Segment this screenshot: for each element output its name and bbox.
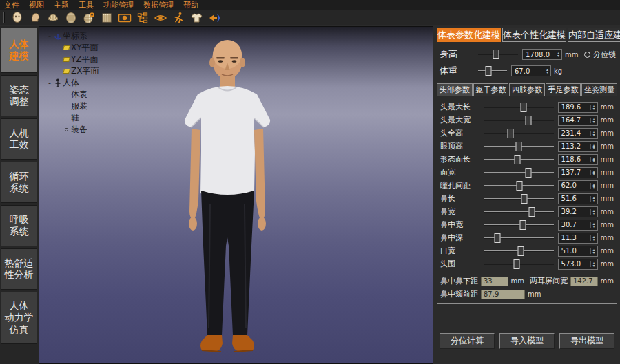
slider-thumb[interactable] (508, 129, 514, 138)
eye-icon[interactable] (154, 11, 167, 24)
tree-item-equipment[interactable]: 装备 (61, 124, 99, 136)
tshirt-icon[interactable] (189, 11, 203, 24)
tree-item-clothing[interactable]: 服装 (61, 100, 99, 112)
param-slider[interactable] (484, 142, 554, 151)
tree-item-human-body[interactable]: - 人体 (46, 77, 99, 89)
slider-thumb[interactable] (526, 168, 532, 178)
param-slider[interactable] (484, 246, 554, 256)
sidebar-tab-thermal-comfort[interactable]: 热舒适 性分析 (1, 248, 37, 290)
menu-view[interactable]: 视图 (29, 0, 44, 10)
menu-file[interactable]: 文件 (4, 0, 19, 10)
tab-limb-params[interactable]: 四肢参数 (509, 83, 545, 96)
weight-slider-thumb[interactable] (485, 66, 491, 76)
menu-data-mgmt[interactable]: 数据管理 (143, 0, 174, 10)
height-slider-thumb[interactable] (493, 50, 499, 59)
ear-tragion-width-field[interactable]: 142.7 (570, 277, 598, 286)
slider-thumb[interactable] (526, 116, 532, 125)
quantile-calc-button[interactable]: 分位计算 (440, 333, 495, 349)
menu-tools[interactable]: 工具 (79, 0, 94, 10)
undo-arrow-icon[interactable] (207, 11, 221, 24)
sidebar-tab-circulatory[interactable]: 循环 系统 (1, 162, 37, 203)
param-slider[interactable] (484, 129, 554, 138)
import-model-button[interactable]: 导入模型 (499, 333, 555, 349)
param-spinbox[interactable]: 189.6▴▾ (558, 102, 598, 113)
sidebar-tab-dynamics-sim[interactable]: 人体 动力学 仿真 (1, 292, 37, 344)
menu-function-mgmt[interactable]: 功能管理 (103, 0, 134, 10)
param-spinbox[interactable]: 30.7▴▾ (558, 220, 598, 231)
spin-arrows[interactable]: ▴▾ (590, 105, 597, 110)
param-slider[interactable] (484, 155, 554, 164)
quantile-lock-radio[interactable]: 分位锁 (584, 50, 616, 60)
weight-spinbox[interactable]: 67.0 ▴▾ (511, 65, 551, 76)
tab-head-params[interactable]: 头部参数 (437, 83, 473, 96)
nose-chin-distance-field[interactable]: 87.9 (481, 290, 525, 299)
param-slider[interactable] (484, 116, 554, 125)
param-slider[interactable] (484, 181, 554, 191)
tree-item-shoes[interactable]: 鞋 (61, 112, 99, 124)
param-spinbox[interactable]: 573.0▴▾ (558, 259, 598, 270)
param-spinbox[interactable]: 11.3▴▾ (558, 233, 598, 244)
param-slider[interactable] (484, 259, 554, 269)
tree-item-zx-plane[interactable]: ZX平面 (61, 65, 99, 77)
param-spinbox[interactable]: 62.0▴▾ (558, 180, 598, 191)
grid-block-icon[interactable] (100, 11, 114, 24)
3d-viewport[interactable]: - 坐标系 XY平面 YZ平面 ZX平面 - 人体 体表 (39, 26, 433, 364)
camera-view-icon[interactable] (118, 11, 132, 24)
tab-internal-adaptive-modeling[interactable]: 内部自适应建模 (568, 28, 620, 42)
param-slider[interactable] (484, 194, 554, 204)
param-spinbox[interactable]: 113.2▴▾ (558, 141, 598, 152)
slider-thumb[interactable] (495, 233, 501, 243)
tree-item-body-surface[interactable]: 体表 (61, 89, 99, 100)
param-spinbox[interactable]: 118.6▴▾ (558, 154, 598, 165)
param-slider[interactable] (484, 168, 554, 178)
tree-item-yz-plane[interactable]: YZ平面 (61, 54, 99, 65)
radio-circle[interactable] (584, 52, 590, 58)
scene-tree-icon[interactable] (136, 11, 149, 24)
slider-thumb[interactable] (518, 246, 524, 256)
head-front-icon[interactable] (10, 11, 24, 24)
param-spinbox[interactable]: 164.7▴▾ (558, 115, 598, 126)
export-model-button[interactable]: 导出模型 (559, 333, 614, 349)
tab-parametric-modeling[interactable]: 体表参数化建模 (437, 28, 501, 42)
tree-item-xy-plane[interactable]: XY平面 (61, 42, 99, 54)
running-man-icon[interactable] (172, 11, 185, 24)
sidebar-tab-posture-adjust[interactable]: 姿态 调整 (1, 75, 37, 116)
tab-sitting-measure[interactable]: 坐姿测量 (581, 83, 617, 96)
param-spinbox[interactable]: 231.4▴▾ (558, 128, 598, 139)
head-side-icon[interactable] (28, 11, 42, 24)
slider-thumb[interactable] (515, 155, 521, 164)
menu-theme[interactable]: 主题 (54, 0, 69, 10)
tree-item-coordinate-system[interactable]: - 坐标系 (46, 30, 99, 42)
wireframe-head-icon[interactable] (64, 11, 78, 24)
spin-arrows[interactable]: ▴▾ (590, 118, 597, 123)
slider-thumb[interactable] (517, 181, 523, 191)
spin-arrows[interactable]: ▴▾ (590, 157, 597, 162)
slider-thumb[interactable] (529, 207, 535, 217)
spin-arrows[interactable]: ▴▾ (590, 248, 597, 254)
tab-torso-params[interactable]: 躯干参数 (473, 83, 509, 96)
height-slider[interactable] (478, 50, 518, 59)
spin-arrows[interactable]: ▴▾ (590, 144, 597, 149)
param-slider[interactable] (484, 220, 554, 230)
weight-slider[interactable] (478, 66, 507, 76)
param-slider[interactable] (484, 207, 554, 217)
param-slider[interactable] (484, 233, 554, 243)
param-slider[interactable] (484, 103, 554, 112)
param-spinbox[interactable]: 39.2▴▾ (558, 206, 598, 217)
slider-thumb[interactable] (520, 220, 526, 230)
sidebar-tab-human-modeling[interactable]: 人体 建模 (1, 28, 37, 73)
slider-thumb[interactable] (521, 194, 528, 204)
tab-personalized-modeling[interactable]: 体表个性化建模 (502, 28, 566, 42)
slider-thumb[interactable] (514, 259, 520, 269)
spin-arrows[interactable]: ▴▾ (590, 235, 597, 241)
spin-arrows[interactable]: ▴▾ (590, 261, 597, 267)
sidebar-tab-ergonomics[interactable]: 人机 工效 (1, 118, 37, 160)
tab-hand-foot-params[interactable]: 手足参数 (546, 83, 581, 96)
sidebar-tab-respiratory[interactable]: 呼吸 系统 (1, 205, 37, 246)
slider-thumb[interactable] (521, 103, 527, 112)
spin-arrows[interactable]: ▴▾ (590, 170, 597, 175)
spin-arrows[interactable]: ▴▾ (590, 196, 597, 202)
slider-thumb[interactable] (516, 142, 522, 151)
height-spin-arrows[interactable]: ▴▾ (555, 52, 561, 57)
hair-mesh-icon[interactable] (46, 11, 60, 24)
